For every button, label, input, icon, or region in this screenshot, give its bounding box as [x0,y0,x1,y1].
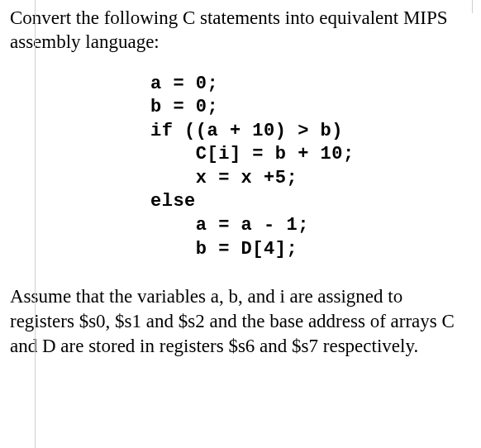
code-snippet: a = 0; b = 0; if ((a + 10) > b) C[i] = b… [150,73,471,262]
assumption-text: Assume that the variables a, b, and i ar… [10,284,471,359]
margin-rule [35,0,36,448]
top-margin-mark [472,0,473,13]
question-prompt: Convert the following C statements into … [10,7,471,55]
